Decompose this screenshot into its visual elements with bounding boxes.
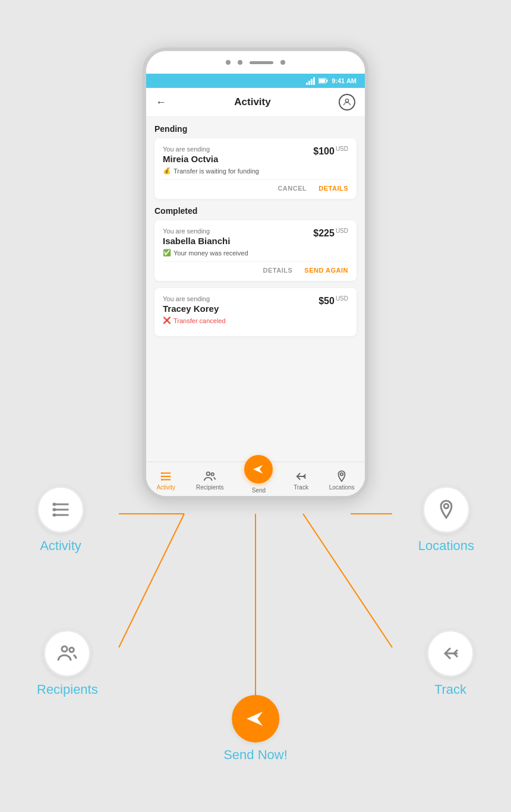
recipients-nav-icon: [203, 470, 216, 483]
activity-callout-icon: [50, 499, 71, 520]
nav-track[interactable]: Track: [294, 470, 308, 491]
completed-card-2: You are sending Tracey Korey $50USD ❌ Tr…: [154, 288, 357, 336]
callout-locations: Locations: [418, 486, 474, 554]
completed-2-you-are-sending: You are sending: [163, 295, 219, 302]
send-nav-button[interactable]: [244, 455, 273, 484]
activity-nav-label: Activity: [156, 484, 175, 491]
svg-point-3: [345, 99, 348, 102]
recipients-callout-circle[interactable]: [43, 630, 91, 677]
status-bar: 9:41 AM: [146, 74, 365, 88]
pending-amount: $100USD: [313, 146, 348, 157]
svg-point-25: [53, 508, 56, 511]
completed-1-actions: DETAILS SEND AGAIN: [163, 261, 348, 274]
phone-mockup: 9:41 AM ← Activity Pending: [143, 48, 368, 500]
svg-point-15: [340, 473, 343, 476]
phone-camera: [226, 60, 231, 65]
pending-actions: CANCEL DETAILS: [163, 179, 348, 192]
recipients-nav-label: Recipients: [196, 484, 224, 491]
phone-content: Pending You are sending Mireia Octvia $1…: [146, 117, 365, 462]
svg-point-29: [70, 647, 74, 652]
send-callout-circle[interactable]: [232, 695, 279, 743]
recipients-callout-icon: [56, 643, 78, 664]
back-button[interactable]: ←: [156, 96, 166, 109]
pending-recipient: Mireia Octvia: [163, 154, 218, 164]
activity-callout-label: Activity: [40, 538, 81, 554]
recipients-callout-label: Recipients: [37, 682, 98, 697]
svg-point-11: [212, 473, 215, 476]
signal-icon: [306, 77, 315, 85]
locations-callout-icon: [436, 499, 457, 520]
send-callout-icon: [245, 708, 266, 729]
phone-speaker: [250, 61, 273, 64]
phone-camera-2: [238, 60, 242, 65]
svg-point-10: [207, 472, 210, 476]
locations-callout-label: Locations: [418, 538, 474, 554]
svg-line-19: [303, 514, 392, 647]
callout-send: Send Now!: [223, 695, 288, 763]
pending-card: You are sending Mireia Octvia $100USD 💰 …: [154, 138, 357, 199]
phone-top-bar: [146, 51, 365, 74]
activity-nav-icon: [159, 470, 172, 483]
status-time: 9:41 AM: [332, 77, 357, 84]
svg-line-17: [119, 514, 184, 647]
callout-recipients: Recipients: [37, 630, 98, 697]
completed-section-label: Completed: [154, 206, 357, 216]
svg-point-27: [444, 504, 449, 508]
completed-1-details-button[interactable]: DETAILS: [263, 267, 293, 274]
cancel-button[interactable]: CANCEL: [277, 185, 307, 192]
details-button[interactable]: DETAILS: [318, 185, 348, 192]
svg-point-8: [161, 476, 163, 478]
completed-1-recipient: Isabella Bianchi: [163, 236, 230, 246]
svg-point-28: [62, 646, 67, 652]
track-callout-icon: [440, 643, 461, 664]
send-again-button[interactable]: SEND AGAIN: [304, 267, 348, 274]
user-icon[interactable]: [339, 94, 355, 110]
callout-track: Track: [427, 630, 474, 697]
svg-point-26: [53, 513, 56, 516]
nav-activity[interactable]: Activity: [156, 470, 175, 491]
svg-rect-1: [327, 80, 328, 82]
svg-point-9: [161, 479, 163, 481]
pending-you-are-sending: You are sending: [163, 146, 218, 153]
track-nav-label: Track: [294, 484, 308, 491]
locations-callout-circle[interactable]: [422, 486, 470, 533]
nav-send[interactable]: Send: [244, 467, 273, 494]
pending-section-label: Pending: [154, 124, 357, 134]
phone-camera-3: [280, 60, 285, 65]
send-nav-icon: [252, 463, 265, 476]
track-callout-label: Track: [434, 682, 466, 697]
pending-status: 💰 Transfer is waiting for funding: [163, 167, 348, 175]
svg-point-24: [53, 503, 56, 505]
completed-2-status: ❌ Transfer canceled: [163, 317, 348, 324]
completed-1-amount: $225USD: [313, 228, 348, 239]
bottom-nav: Activity Recipients: [146, 462, 365, 496]
completed-2-amount: $50USD: [318, 295, 348, 307]
svg-rect-2: [319, 79, 325, 83]
send-callout-label: Send Now!: [223, 747, 288, 763]
svg-point-7: [161, 472, 163, 474]
battery-icon: [318, 78, 328, 84]
page-title: Activity: [234, 96, 270, 108]
callout-activity: Activity: [37, 486, 84, 554]
app-header: ← Activity: [146, 88, 365, 117]
completed-card-1: You are sending Isabella Bianchi $225USD…: [154, 220, 357, 281]
completed-1-you-are-sending: You are sending: [163, 228, 230, 235]
completed-2-recipient: Tracey Korey: [163, 304, 219, 314]
locations-nav-label: Locations: [329, 484, 355, 491]
completed-1-status: ✅ Your money was received: [163, 249, 348, 257]
nav-recipients[interactable]: Recipients: [196, 470, 224, 491]
activity-callout-circle[interactable]: [37, 486, 84, 533]
locations-nav-icon: [335, 470, 348, 483]
nav-locations[interactable]: Locations: [329, 470, 355, 491]
track-callout-circle[interactable]: [427, 630, 474, 677]
send-nav-label: Send: [252, 487, 266, 494]
track-nav-icon: [295, 470, 308, 483]
